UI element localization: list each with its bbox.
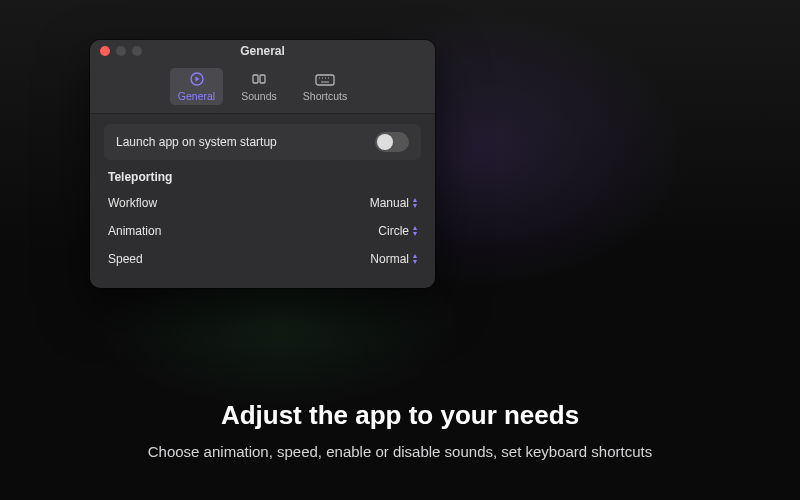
workflow-select[interactable]: Manual ▴▾	[370, 196, 417, 210]
svg-rect-1	[500, 165, 505, 173]
workflow-row: Workflow Manual ▴▾	[104, 190, 421, 216]
window-maximize-button[interactable]	[132, 46, 142, 56]
sounds-icon	[248, 71, 270, 87]
tab-sounds[interactable]: Sounds	[233, 68, 285, 105]
window-minimize-button[interactable]	[116, 46, 126, 56]
shortcut-row: itions ⌃⌥⌘Z ✕	[384, 296, 634, 329]
tab-label: Shortcuts	[303, 90, 347, 102]
traffic-lights	[100, 46, 142, 56]
animation-row: Animation Circle ▴▾	[104, 218, 421, 244]
tab-shortcuts[interactable]: Shortcuts	[541, 158, 601, 195]
svg-rect-3	[562, 165, 580, 175]
shortcut-label: itions	[394, 306, 422, 320]
close-icon[interactable]: ✕	[608, 264, 624, 280]
window-close-button[interactable]	[100, 46, 110, 56]
tab-label: Sounds	[488, 180, 524, 192]
tab-label: Shortcuts	[549, 180, 593, 192]
close-icon[interactable]: ✕	[608, 223, 624, 239]
close-icon[interactable]: ✕	[608, 305, 624, 321]
svg-rect-11	[260, 75, 265, 83]
chevron-up-down-icon: ▴▾	[413, 253, 417, 265]
setting-label: Workflow	[108, 196, 157, 210]
launch-toggle[interactable]	[375, 132, 409, 152]
tab-general[interactable]: General	[170, 68, 223, 105]
launch-on-startup-row: Launch app on system startup	[104, 124, 421, 160]
svg-rect-2	[507, 165, 512, 173]
shortcut-key[interactable]: ⌃⌥⌘A	[528, 220, 600, 241]
play-circle-icon	[186, 71, 208, 87]
hero-title: Adjust the app to your needs	[0, 400, 800, 431]
window-title: General	[240, 44, 285, 58]
launch-label: Launch app on system startup	[116, 135, 277, 149]
select-value: Normal	[370, 252, 409, 266]
window-title: Shortcuts	[481, 134, 537, 148]
speed-select[interactable]: Normal ▴▾	[370, 252, 417, 266]
select-value: Manual	[370, 196, 409, 210]
window-general: General General Sounds Shortcuts	[90, 40, 435, 288]
shortcut-key[interactable]: ⌃⌥⌘Z	[528, 302, 600, 323]
chevron-up-down-icon: ▴▾	[413, 225, 417, 237]
tab-label: General	[178, 90, 215, 102]
toolbar: General Sounds Shortcuts	[90, 62, 435, 114]
keyboard-icon	[560, 161, 582, 177]
svg-rect-10	[253, 75, 258, 83]
titlebar: General	[90, 40, 435, 62]
tab-sounds[interactable]: Sounds	[480, 158, 532, 195]
tab-label: Sounds	[241, 90, 277, 102]
sounds-icon	[495, 161, 517, 177]
play-circle-icon	[432, 161, 454, 177]
keyboard-icon	[314, 71, 336, 87]
panel-body: Launch app on system startup Teleporting…	[90, 114, 435, 288]
animation-select[interactable]: Circle ▴▾	[378, 224, 417, 238]
svg-point-0	[437, 163, 449, 175]
hero: Adjust the app to your needs Choose anim…	[0, 400, 800, 460]
tab-shortcuts[interactable]: Shortcuts	[295, 68, 355, 105]
hero-subtitle: Choose animation, speed, enable or disab…	[0, 443, 800, 460]
setting-label: Animation	[108, 224, 161, 238]
section-title: Teleporting	[108, 170, 417, 184]
speed-row: Speed Normal ▴▾	[104, 246, 421, 272]
shortcut-key[interactable]: ⌃⌥⌘X	[528, 261, 600, 282]
select-value: Circle	[378, 224, 409, 238]
setting-label: Speed	[108, 252, 143, 266]
chevron-up-down-icon: ▴▾	[413, 197, 417, 209]
svg-rect-12	[316, 75, 334, 85]
